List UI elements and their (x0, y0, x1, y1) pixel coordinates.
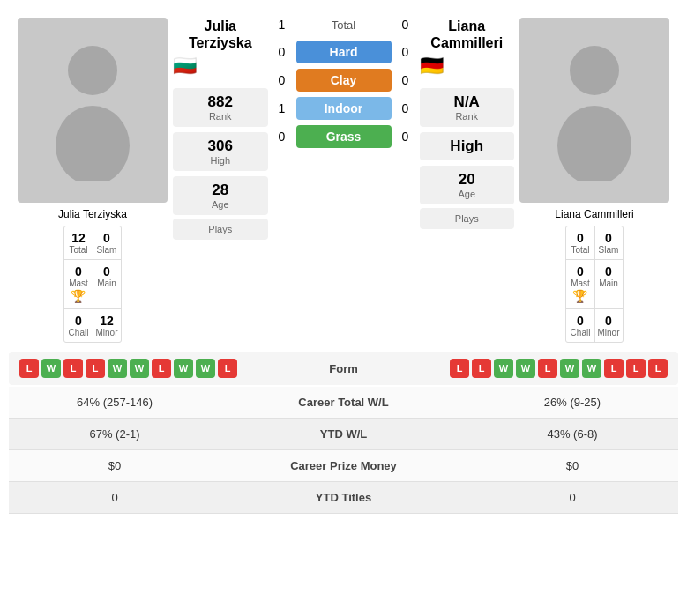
right-total-val: 0 (569, 231, 591, 245)
form-badge-l: L (63, 359, 83, 378)
left-player-sub-name: Julia Terziyska (58, 206, 127, 222)
form-badge-w: W (130, 359, 149, 378)
svg-point-1 (56, 106, 130, 181)
left-total-val: 12 (67, 231, 89, 245)
right-player-photo (519, 18, 669, 203)
left-chall-val: 0 (67, 314, 89, 328)
left-age-block: 28 Age (173, 176, 268, 215)
left-high-lbl: High (185, 155, 256, 166)
right-slam-lbl: Slam (598, 245, 620, 255)
right-plays-block: Plays (420, 208, 515, 229)
left-total-cell: 12 Total (64, 226, 92, 259)
left-age-val: 28 (185, 182, 256, 199)
right-high-block: High (420, 132, 515, 160)
middle-block: 1 Total 0 0 Hard 0 0 Clay 0 1 Indoor 0 (273, 18, 414, 153)
svg-point-3 (557, 106, 631, 181)
stat-left-val: $0 (26, 459, 203, 472)
right-minor-val: 0 (598, 314, 620, 328)
stat-center-label: YTD W/L (203, 427, 484, 441)
stat-left-val: 67% (2-1) (26, 427, 203, 441)
left-player-silhouette (49, 40, 137, 181)
right-trophy-icon: 🏆 (572, 289, 587, 303)
left-plays-lbl: Plays (185, 224, 256, 234)
left-rank-val: 882 (185, 93, 256, 111)
left-rank-lbl: Rank (185, 111, 256, 122)
form-badge-w: W (516, 359, 535, 378)
right-plays-lbl: Plays (432, 213, 503, 224)
stat-left-val: 0 (26, 491, 203, 504)
left-main-val: 0 (96, 264, 118, 278)
indoor-row: 1 Indoor 0 (273, 97, 414, 120)
right-slam-val: 0 (598, 231, 620, 245)
left-minor-cell: 12 Minor (93, 309, 121, 342)
total-row: 1 Total 0 (273, 18, 414, 32)
form-badge-l: L (86, 359, 105, 378)
right-age-lbl: Age (432, 189, 503, 199)
total-label: Total (332, 19, 355, 32)
right-mast-lbl: Mast (569, 278, 591, 288)
left-player-photo (18, 18, 168, 203)
form-badge-l: L (648, 359, 668, 378)
top-area: Julia Terziyska 12 Total 0 Slam 0 Mast 🏆… (9, 9, 678, 352)
hard-button[interactable]: Hard (296, 41, 392, 63)
stats-table: 64% (257-146)Career Total W/L26% (9-25)6… (9, 387, 678, 514)
left-high-val: 306 (185, 137, 256, 155)
right-age-val: 20 (432, 171, 503, 189)
left-player-block: Julia Terziyska 12 Total 0 Slam 0 Mast 🏆… (18, 18, 168, 343)
hard-row: 0 Hard 0 (273, 41, 414, 63)
stat-row: $0Career Prize Money$0 (9, 450, 678, 482)
right-main-lbl: Main (598, 278, 620, 288)
form-badge-w: W (41, 359, 61, 378)
form-badge-l: L (626, 359, 646, 378)
right-chall-val: 0 (569, 314, 591, 328)
right-stats-col: Liana Cammilleri 🇩🇪 N/A Rank High 20 Age… (420, 18, 515, 229)
stat-right-val: $0 (484, 459, 661, 472)
left-high-block: 306 High (173, 132, 268, 171)
left-mast-val: 0 (67, 264, 89, 278)
right-rank-lbl: Rank (432, 111, 503, 122)
right-total-cell: 0 Total (566, 226, 594, 259)
left-chall-lbl: Chall (67, 328, 89, 338)
right-minor-lbl: Minor (598, 328, 620, 338)
right-high-val: High (432, 137, 503, 155)
left-slam-lbl: Slam (96, 245, 118, 255)
left-minor-val: 12 (96, 314, 118, 328)
grass-row: 0 Grass 0 (273, 125, 414, 148)
grass-button[interactable]: Grass (296, 125, 392, 148)
indoor-button[interactable]: Indoor (296, 97, 392, 120)
total-right-score: 0 (397, 18, 414, 32)
right-total-lbl: Total (569, 245, 591, 255)
right-age-block: 20 Age (420, 166, 515, 204)
right-player-block: Liana Cammilleri 0 Total 0 Slam 0 Mast 🏆… (519, 18, 669, 343)
right-main-val: 0 (598, 264, 620, 278)
left-total-lbl: Total (67, 245, 89, 255)
hard-left-score: 0 (273, 45, 291, 59)
grass-left-score: 0 (273, 130, 291, 144)
indoor-left-score: 1 (273, 101, 291, 115)
indoor-right-score: 0 (397, 101, 414, 115)
form-badge-l: L (604, 359, 624, 378)
stat-center-label: Career Total W/L (203, 396, 484, 409)
clay-left-score: 0 (273, 73, 291, 87)
form-badge-w: W (494, 359, 513, 378)
left-slam-cell: 0 Slam (93, 226, 121, 259)
svg-point-2 (570, 46, 619, 95)
right-flag: 🇩🇪 (420, 55, 515, 78)
left-flag: 🇧🇬 (173, 55, 268, 78)
stat-right-val: 26% (9-25) (484, 396, 661, 409)
right-mast-val: 0 (569, 264, 591, 278)
right-rank-block: N/A Rank (420, 88, 515, 127)
left-mast-lbl: Mast (67, 278, 89, 288)
left-minor-lbl: Minor (96, 328, 118, 338)
left-chall-cell: 0 Chall (64, 309, 92, 342)
clay-button[interactable]: Clay (296, 69, 392, 92)
form-label: Form (329, 362, 358, 375)
left-rank-block: 882 Rank (173, 88, 268, 127)
stat-center-label: Career Prize Money (203, 459, 484, 472)
clay-right-score: 0 (397, 73, 414, 87)
form-badge-w: W (196, 359, 215, 378)
left-trophy-icon: 🏆 (71, 289, 86, 303)
svg-point-0 (68, 46, 117, 95)
right-player-heading: Liana Cammilleri (420, 18, 515, 51)
left-mast-cell: 0 Mast 🏆 (64, 260, 92, 308)
